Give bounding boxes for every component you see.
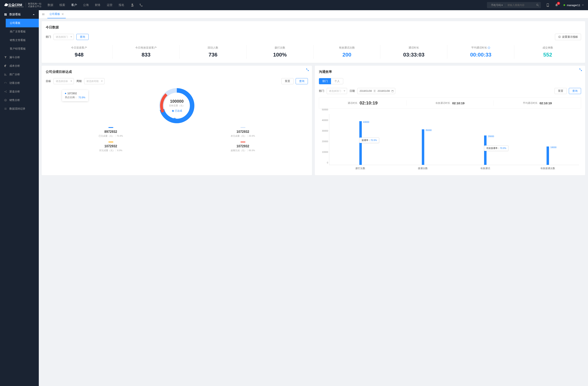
reset-button[interactable]: 重置 xyxy=(281,78,294,84)
legend-item: 8972932已完成量（元）70.9% xyxy=(46,127,176,137)
sidebar-item-promo[interactable]: 推广分析 xyxy=(0,70,39,79)
stat-item: 有效通话次数200 xyxy=(314,45,380,59)
nav-finance[interactable]: 财务 xyxy=(95,0,101,10)
legend-item: 1072932超额完成（元）89.9% xyxy=(178,142,308,152)
period-label: 周期 xyxy=(76,79,82,83)
nav-signup[interactable]: 报名 xyxy=(119,0,124,10)
sidebar-item-company-board[interactable]: 公司看板 xyxy=(6,19,39,27)
time-stats: 通话时长02:10:19有效通话时长02:10:19平均通话时长02:10:19 xyxy=(319,97,581,109)
period-select[interactable]: 请选择周期 xyxy=(84,78,105,84)
bar: 35000 xyxy=(422,129,424,165)
search-input[interactable] xyxy=(505,4,536,6)
stat-item: 成交单数552 xyxy=(514,45,581,59)
nav-leads[interactable]: 线索 xyxy=(59,0,65,10)
date-range-input[interactable]: 2018/01/08 至 2018/01/08 xyxy=(357,88,395,94)
logo: 云朵CRM www.yunduocrm.com 教育机构一站式服务云平台 xyxy=(4,2,42,8)
global-header: 云朵CRM www.yunduocrm.com 教育机构一站式服务云平台 数据 … xyxy=(0,0,588,10)
search-icon[interactable] xyxy=(536,3,539,7)
time-stat: 有效通话时长02:10:19 xyxy=(406,100,494,106)
comm-dept-select[interactable]: 请选择部门 xyxy=(327,88,347,94)
sidebar-item-sales[interactable]: 销售分析 xyxy=(0,96,39,104)
donut-value: 100000 xyxy=(169,99,185,104)
comm-query-button[interactable]: 查询 xyxy=(569,88,581,94)
svg-point-1 xyxy=(6,91,6,91)
gear-icon xyxy=(558,36,561,38)
stat-item: 今日有效首咨客户833 xyxy=(113,45,180,59)
sidebar-item-funnel[interactable]: 漏斗分析 xyxy=(0,53,39,62)
chevron-up-icon xyxy=(33,14,35,16)
bar: 43000 xyxy=(359,121,362,165)
nav-data[interactable]: 数据 xyxy=(48,0,53,10)
nav-customers[interactable]: 客户 xyxy=(71,0,77,10)
search-type-select[interactable]: 手机号码 ▾ xyxy=(489,3,505,7)
goals-query-button[interactable]: 查询 xyxy=(296,78,308,84)
dashboard-icon xyxy=(4,13,7,16)
goals-card: 公司业绩目标达成 目标 请选择目标 周期 请选择周期 重置 查询 10729 xyxy=(42,66,312,175)
stat-item: 拨打次数100% xyxy=(247,45,314,59)
mobile-icon[interactable] xyxy=(546,3,550,7)
sidebar-item-manager-board[interactable]: 客户经理看板 xyxy=(6,44,39,53)
chart-tooltip: 1072932 所占比例：70.9% xyxy=(62,90,88,101)
comm-reset-button[interactable]: 重置 xyxy=(554,88,567,94)
query-button[interactable]: 查询 xyxy=(76,34,89,40)
close-icon[interactable] xyxy=(62,13,64,15)
add-user-icon[interactable] xyxy=(130,3,134,7)
legend-item: 1072932未完成量（元）20.9% xyxy=(178,127,308,137)
sidebar-item-channel[interactable]: 渠道分析 xyxy=(0,87,39,96)
nav-ops[interactable]: 运营 xyxy=(107,0,112,10)
legend-item: 1072932应完成量（元）8.9% xyxy=(46,142,176,152)
goals-title: 公司业绩目标达成 xyxy=(46,70,308,74)
stats-row: 今日首咨客户948今日有效首咨客户833回访人数736拨打次数100%有效通话次… xyxy=(46,45,581,59)
seg-person[interactable]: 个人 xyxy=(331,78,343,84)
notification-badge: 5 xyxy=(557,2,560,5)
menu-icon[interactable] xyxy=(42,13,45,16)
search-box: 手机号码 ▾ xyxy=(487,2,541,8)
dept-select[interactable]: 请选择部门 xyxy=(54,34,74,40)
visitor-icon xyxy=(4,82,7,84)
target-select[interactable]: 请选择目标 xyxy=(54,78,74,84)
expand-icon[interactable] xyxy=(306,68,309,71)
target-label: 目标 xyxy=(46,79,51,83)
sidebar-item-cost[interactable]: 成本分析 xyxy=(0,62,39,70)
stat-item: 平均通话时长00:00:33 xyxy=(447,45,514,59)
date-label: 日期 xyxy=(350,89,355,93)
sidebar-item-promo-board[interactable]: 推广主管看板 xyxy=(6,27,39,36)
comm-dept-label: 部门 xyxy=(319,89,324,93)
stat-item: 通话时长03:33:03 xyxy=(380,45,447,59)
list-icon xyxy=(4,107,7,110)
nav-public[interactable]: 公海 xyxy=(83,0,89,10)
sidebar-item-visitor[interactable]: 访客分析 xyxy=(0,79,39,87)
user-menu[interactable]: manager11 xyxy=(564,4,584,7)
thumbs-up-icon xyxy=(171,110,174,112)
pie-icon xyxy=(4,64,7,67)
target-icon xyxy=(4,99,7,102)
expand-icon[interactable] xyxy=(579,68,582,71)
sidebar-item-flow[interactable]: 数据流转记录 xyxy=(0,104,39,113)
funnel-icon xyxy=(4,56,7,59)
today-title: 今日数据 xyxy=(46,25,581,30)
settings-button[interactable]: 设置显示指标 xyxy=(555,34,581,40)
calendar-icon xyxy=(391,90,394,92)
bar-chart: 01000020000300004000050000 4300035000290… xyxy=(319,112,581,171)
bar-x-label: 有效通话 xyxy=(454,165,517,171)
sidebar-group-dashboard[interactable]: 数据看板 xyxy=(0,10,39,19)
legend-grid: 8972932已完成量（元）70.9%1072932未完成量（元）20.9%10… xyxy=(46,127,308,152)
bar-x-label: 接通次数 xyxy=(392,165,454,171)
main-content: 公司看板 今日数据 部门 请选择部门 查询 设置显示指标 今日首咨客户948今日… xyxy=(39,10,588,386)
top-nav: 数据 线索 客户 公海 财务 运营 报名 xyxy=(48,0,124,10)
stat-item: 回访人数736 xyxy=(180,45,247,59)
seg-dept[interactable]: 部门 xyxy=(319,78,331,84)
tab-bar: 公司看板 xyxy=(39,10,588,18)
sidebar-item-sales-board[interactable]: 销售主管看板 xyxy=(6,36,39,44)
sidebar: 数据看板 公司看板 推广主管看板 销售主管看板 客户经理看板 漏斗分析 成本分析… xyxy=(0,10,39,386)
bar-x-label: 有效接通次数 xyxy=(517,165,579,171)
tab-company-board[interactable]: 公司看板 xyxy=(47,10,66,18)
bar-annotation-1: 接通率：70.9% xyxy=(359,137,379,143)
cloud-icon xyxy=(4,3,8,7)
status-dot xyxy=(564,4,565,6)
dept-label: 部门 xyxy=(46,35,51,39)
comm-title: 沟通效率 xyxy=(319,70,581,74)
comm-card: 沟通效率 部门 个人 部门 请选择部门 日期 2018/01/08 至 2018… xyxy=(315,66,585,175)
phone-icon[interactable] xyxy=(139,3,143,7)
bar-x-label: 拨打次数 xyxy=(329,165,392,171)
